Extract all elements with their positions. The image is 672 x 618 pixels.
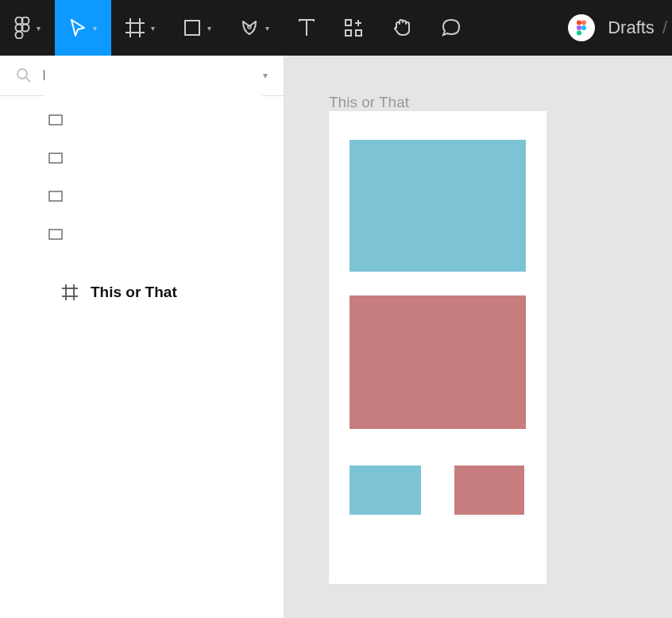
pen-icon [240, 18, 259, 37]
pen-tool-button[interactable]: ▾ [226, 0, 284, 56]
hand-icon [392, 17, 412, 38]
svg-point-21 [17, 69, 27, 79]
this-image-shape[interactable] [350, 140, 526, 272]
canvas-frame[interactable] [329, 111, 546, 584]
resources-icon [344, 18, 363, 37]
chevron-down-icon: ▾ [207, 24, 211, 33]
text-tool-button[interactable] [284, 0, 330, 56]
frame-tool-button[interactable]: ▾ [111, 0, 169, 56]
svg-rect-30 [49, 230, 62, 239]
that-button-shape[interactable] [454, 465, 524, 515]
comment-tool-button[interactable] [427, 0, 476, 56]
layer-frame[interactable]: This or That [44, 56, 262, 528]
frame-label[interactable]: This or That [329, 94, 409, 111]
svg-point-18 [577, 25, 581, 30]
breadcrumb-location[interactable]: Drafts [608, 17, 655, 38]
this-button-shape[interactable] [350, 465, 421, 515]
layer-label: This or That [91, 284, 177, 301]
svg-rect-12 [346, 30, 351, 36]
svg-rect-29 [49, 191, 62, 201]
canvas[interactable]: This or That [284, 56, 672, 618]
shape-tool-button[interactable]: ▾ [169, 0, 226, 56]
hand-tool-button[interactable] [377, 0, 427, 56]
rectangle-icon [48, 188, 64, 204]
svg-rect-13 [356, 30, 361, 36]
svg-line-22 [26, 78, 30, 82]
rectangle-icon [183, 19, 201, 37]
move-tool-button[interactable]: ▾ [55, 0, 111, 56]
comment-icon [441, 17, 462, 38]
text-icon [298, 18, 315, 37]
svg-rect-27 [49, 115, 62, 125]
toolbar: ▾ ▾ ▾ ▾ [0, 0, 672, 56]
svg-rect-11 [346, 20, 351, 25]
rectangle-icon [48, 150, 64, 166]
svg-point-17 [581, 21, 586, 25]
figma-menu-button[interactable]: ▾ [0, 0, 55, 56]
breadcrumb-separator: / [662, 17, 667, 38]
chevron-down-icon: ▾ [93, 24, 97, 33]
resources-tool-button[interactable] [330, 0, 377, 56]
svg-point-10 [248, 25, 251, 29]
rectangle-icon [48, 226, 64, 242]
rectangle-icon [48, 112, 64, 128]
svg-point-20 [577, 31, 581, 36]
sidebar: Layers Assets Page 1 ▾ This or That [0, 56, 284, 618]
svg-point-4 [16, 32, 23, 39]
chevron-down-icon: ▾ [265, 24, 269, 33]
search-icon[interactable] [16, 68, 32, 83]
frame-icon [62, 284, 78, 300]
figma-icon [14, 17, 30, 39]
user-avatar[interactable] [568, 14, 595, 41]
svg-point-19 [581, 25, 586, 30]
layer-tree: This or That That Button This Button Tha… [0, 96, 284, 253]
that-image-shape[interactable] [350, 295, 526, 429]
svg-rect-9 [185, 21, 199, 35]
chevron-down-icon: ▾ [151, 24, 155, 33]
cursor-icon [69, 18, 87, 37]
svg-rect-28 [49, 153, 62, 163]
chevron-down-icon: ▾ [37, 24, 41, 33]
frame-icon [126, 18, 145, 37]
svg-point-16 [577, 21, 581, 25]
figma-logo-icon [576, 20, 587, 36]
chevron-down-icon: ▾ [263, 70, 268, 81]
